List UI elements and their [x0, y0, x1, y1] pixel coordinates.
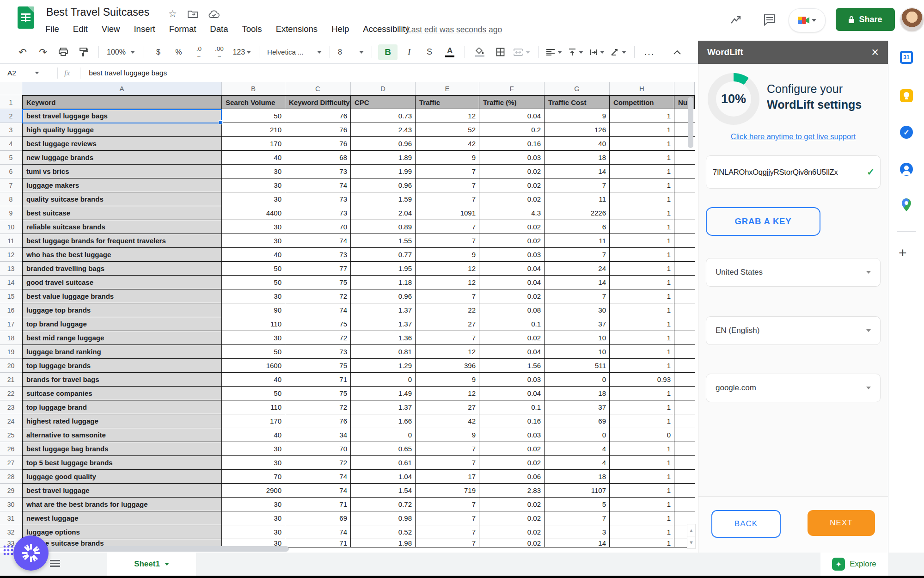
- cell-D20[interactable]: 1.29: [351, 359, 416, 373]
- cell-H20[interactable]: 1: [610, 359, 674, 373]
- close-icon[interactable]: ×: [871, 46, 879, 59]
- paint-format-icon[interactable]: [75, 44, 92, 60]
- cell-H5[interactable]: 1: [610, 151, 674, 165]
- fill-handle[interactable]: [219, 120, 223, 124]
- cell-F6[interactable]: 0.02: [479, 165, 545, 178]
- cell-partial-10[interactable]: [674, 220, 695, 234]
- cell-C3[interactable]: 76: [285, 123, 351, 137]
- text-rotation-icon[interactable]: [609, 44, 628, 60]
- cell-E27[interactable]: 7: [416, 456, 479, 470]
- menu-item-format[interactable]: Format: [169, 24, 196, 34]
- meet-button[interactable]: [789, 8, 826, 32]
- calendar-icon[interactable]: 31: [900, 51, 913, 64]
- row-number-16[interactable]: 16: [0, 303, 22, 317]
- cell-E12[interactable]: 9: [416, 248, 479, 262]
- cell-F28[interactable]: 0.06: [479, 470, 545, 484]
- cell-D4[interactable]: 0.96: [351, 137, 416, 151]
- cell-H12[interactable]: 1: [610, 248, 674, 262]
- row-number-6[interactable]: 6: [0, 165, 22, 178]
- cell-E10[interactable]: 7: [416, 220, 479, 234]
- cell-D28[interactable]: 1.04: [351, 470, 416, 484]
- cell-E30[interactable]: 7: [416, 498, 479, 511]
- cell-G6[interactable]: 14: [545, 165, 610, 178]
- cell-B16[interactable]: 90: [222, 303, 285, 317]
- cell-E8[interactable]: 7: [416, 192, 479, 206]
- merge-cells-icon[interactable]: [512, 44, 532, 60]
- cell-B30[interactable]: 30: [222, 498, 285, 511]
- cell-A4[interactable]: best luggage reviews: [22, 137, 222, 151]
- cell-H17[interactable]: 1: [610, 317, 674, 331]
- menu-item-edit[interactable]: Edit: [73, 24, 88, 34]
- row-number-17[interactable]: 17: [0, 317, 22, 331]
- next-button[interactable]: NEXT: [808, 510, 875, 536]
- row-number-5[interactable]: 5: [0, 151, 22, 165]
- api-key-value[interactable]: 7INLAROhxOqgjjyRStorQiv8n6U5IlZx: [713, 168, 867, 177]
- cell-A5[interactable]: new luggage brands: [22, 151, 222, 165]
- col-letter-F[interactable]: F: [479, 82, 545, 95]
- cell-H15[interactable]: 1: [610, 289, 674, 303]
- text-color-button[interactable]: A: [441, 44, 459, 60]
- cell-F33[interactable]: 0.02: [479, 539, 545, 547]
- row-number-22[interactable]: 22: [0, 387, 22, 400]
- horizontal-align-icon[interactable]: [545, 44, 564, 60]
- cell-C14[interactable]: 75: [285, 276, 351, 289]
- cell-D33[interactable]: 1.98: [351, 539, 416, 547]
- fill-color-icon[interactable]: [471, 44, 489, 60]
- cell-partial-26[interactable]: [674, 442, 695, 456]
- cell-C8[interactable]: 73: [285, 192, 351, 206]
- cell-F32[interactable]: 0.02: [479, 525, 545, 539]
- comment-icon[interactable]: [764, 14, 776, 26]
- cell-F9[interactable]: 4.3: [479, 206, 545, 220]
- col-letter-C[interactable]: C: [285, 82, 351, 95]
- cell-G32[interactable]: 3: [545, 525, 610, 539]
- cell-B31[interactable]: 30: [222, 511, 285, 525]
- row-number-24[interactable]: 24: [0, 414, 22, 428]
- cell-partial-19[interactable]: [674, 345, 695, 359]
- cell-H16[interactable]: 1: [610, 303, 674, 317]
- cell-H32[interactable]: 1: [610, 525, 674, 539]
- cell-G21[interactable]: 0: [545, 373, 610, 387]
- cell-D29[interactable]: 1.54: [351, 484, 416, 498]
- cell-partial-27[interactable]: [674, 456, 695, 470]
- formula-input[interactable]: best travel luggage bags: [89, 69, 167, 77]
- cell-H33[interactable]: 1: [610, 539, 674, 547]
- sheets-logo-icon[interactable]: [18, 6, 34, 29]
- cell-A9[interactable]: best suitcase: [22, 206, 222, 220]
- explore-button[interactable]: ✦ Explore: [820, 553, 888, 576]
- row-number-19[interactable]: 19: [0, 345, 22, 359]
- cell-B13[interactable]: 50: [222, 262, 285, 276]
- cell-D25[interactable]: 0: [351, 428, 416, 442]
- cell-partial-30[interactable]: [674, 498, 695, 511]
- cell-A15[interactable]: best value luggage brands: [22, 289, 222, 303]
- col-letter-B[interactable]: B: [222, 82, 285, 95]
- cell-B4[interactable]: 170: [222, 137, 285, 151]
- cell-F29[interactable]: 2.83: [479, 484, 545, 498]
- cell-H3[interactable]: 1: [610, 123, 674, 137]
- cell-C26[interactable]: 70: [285, 442, 351, 456]
- scroll-down-button[interactable]: ▼: [687, 536, 696, 549]
- cell-F23[interactable]: 0.1: [479, 400, 545, 414]
- menu-item-file[interactable]: File: [45, 24, 59, 34]
- cell-B29[interactable]: 2900: [222, 484, 285, 498]
- cell-C15[interactable]: 72: [285, 289, 351, 303]
- cell-partial-6[interactable]: [674, 165, 695, 178]
- cell-E15[interactable]: 7: [416, 289, 479, 303]
- cell-A3[interactable]: high quality luggage: [22, 123, 222, 137]
- cell-B6[interactable]: 30: [222, 165, 285, 178]
- cell-D14[interactable]: 1.18: [351, 276, 416, 289]
- cell-D23[interactable]: 1.37: [351, 400, 416, 414]
- cell-A29[interactable]: best travel luggage: [22, 484, 222, 498]
- cell-D6[interactable]: 1.99: [351, 165, 416, 178]
- row-number-13[interactable]: 13: [0, 262, 22, 276]
- cell-G24[interactable]: 69: [545, 414, 610, 428]
- italic-button[interactable]: I: [400, 44, 418, 60]
- row-number-32[interactable]: 32: [0, 525, 22, 539]
- cell-F21[interactable]: 0.03: [479, 373, 545, 387]
- cell-E2[interactable]: 12: [416, 109, 479, 123]
- cell-G8[interactable]: 11: [545, 192, 610, 206]
- cell-C27[interactable]: 72: [285, 456, 351, 470]
- cell-A14[interactable]: good travel suitcase: [22, 276, 222, 289]
- cell-E19[interactable]: 12: [416, 345, 479, 359]
- cell-F18[interactable]: 0.02: [479, 331, 545, 345]
- api-key-field[interactable]: 7INLAROhxOqgjjyRStorQiv8n6U5IlZx ✓: [706, 155, 881, 189]
